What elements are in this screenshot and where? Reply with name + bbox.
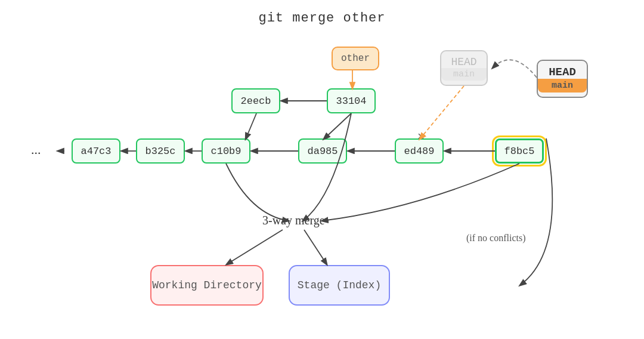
merge-label: 3-way merge (262, 214, 325, 227)
svg-line-12 (304, 230, 327, 264)
stage-index-box: Stage (Index) (289, 265, 390, 306)
cross-mark: × (417, 130, 425, 144)
svg-line-7 (324, 113, 351, 139)
head-main-faded: HEAD main (440, 50, 488, 86)
commit-b325c: b325c (136, 138, 185, 164)
svg-line-8 (246, 113, 256, 139)
commit-33104: 33104 (327, 88, 376, 113)
working-directory-box: Working Directory (150, 265, 264, 306)
commit-c10b9: c10b9 (202, 138, 250, 164)
page-title: git merge other (0, 0, 644, 26)
commit-a47c3: a47c3 (72, 138, 120, 164)
commit-f8bc5: f8bc5 (495, 138, 544, 164)
no-conflict-label: (if no conflicts) (466, 233, 526, 244)
dots-label: ··· (31, 146, 41, 161)
svg-line-11 (227, 230, 283, 264)
other-label-box: other (332, 47, 379, 70)
svg-line-10 (420, 86, 464, 139)
head-main-active: HEAD main (537, 60, 588, 98)
commit-da985: da985 (298, 138, 347, 164)
commit-2eecb: 2eecb (231, 88, 280, 113)
